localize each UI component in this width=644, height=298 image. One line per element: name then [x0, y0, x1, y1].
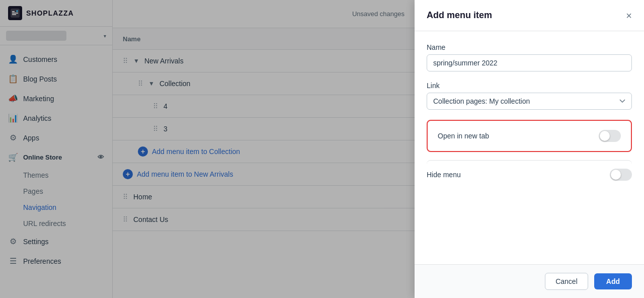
- hide-menu-label: Hide menu: [427, 171, 461, 179]
- name-label: Name: [427, 43, 632, 51]
- name-input[interactable]: [427, 54, 632, 71]
- open-new-tab-toggle-row: Open in new tab: [427, 120, 632, 152]
- name-field-group: Name: [427, 43, 632, 71]
- hide-menu-toggle-row: Hide menu: [427, 160, 632, 189]
- modal-header: Add menu item ×: [415, 0, 644, 31]
- link-field-group: Link Collection pages: My collection Hom…: [427, 82, 632, 110]
- modal-title: Add menu item: [427, 10, 492, 21]
- hide-menu-toggle[interactable]: [610, 169, 632, 181]
- open-new-tab-label: Open in new tab: [438, 132, 489, 140]
- link-label: Link: [427, 82, 632, 90]
- modal-panel: Add menu item × Name Link Collection pag…: [415, 0, 644, 298]
- open-new-tab-toggle[interactable]: [599, 130, 621, 142]
- add-button[interactable]: Add: [594, 273, 632, 289]
- modal-close-button[interactable]: ×: [626, 11, 632, 21]
- modal-footer: Cancel Add: [415, 264, 644, 298]
- modal-body: Name Link Collection pages: My collectio…: [415, 31, 644, 264]
- link-select[interactable]: Collection pages: My collection Home pag…: [427, 93, 632, 110]
- overlay: Add menu item × Name Link Collection pag…: [0, 0, 644, 298]
- cancel-button[interactable]: Cancel: [545, 273, 588, 290]
